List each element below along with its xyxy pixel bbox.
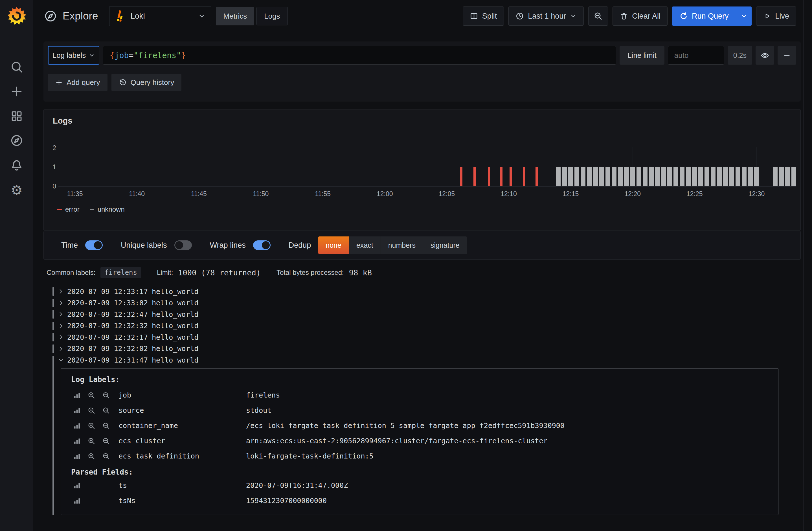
stats-icon[interactable]: [73, 392, 81, 399]
unknown-bar[interactable]: [661, 167, 666, 186]
unknown-bar[interactable]: [667, 167, 672, 186]
unknown-bar[interactable]: [618, 167, 623, 186]
unknown-bar[interactable]: [748, 167, 753, 186]
log-row-expander[interactable]: [58, 323, 64, 329]
unknown-bar[interactable]: [587, 167, 592, 186]
error-bar[interactable]: [460, 167, 462, 186]
unknown-bar[interactable]: [606, 167, 610, 186]
filter-out-value-icon[interactable]: [102, 406, 110, 415]
dedup-option-none[interactable]: none: [318, 236, 349, 254]
filter-for-value-icon[interactable]: [87, 437, 96, 445]
log-row[interactable]: 2020-07-09 12:33:17hello_world: [48, 286, 796, 297]
unknown-bar[interactable]: [562, 167, 567, 186]
tab-logs[interactable]: Logs: [257, 7, 288, 25]
log-row[interactable]: 2020-07-09 12:32:02hello_world: [48, 343, 796, 355]
legend-item-unknown[interactable]: unknown: [90, 205, 125, 213]
error-bar[interactable]: [474, 167, 476, 186]
time-toggle[interactable]: [85, 240, 103, 250]
unknown-bar[interactable]: [680, 167, 684, 186]
unknown-bar[interactable]: [612, 167, 617, 186]
filter-for-value-icon[interactable]: [87, 422, 96, 430]
run-query-button[interactable]: Run Query: [672, 6, 736, 26]
log-labels-selector[interactable]: Log labels: [48, 46, 99, 64]
filter-for-value-icon[interactable]: [87, 452, 96, 460]
alerting-bell-icon[interactable]: [0, 156, 33, 174]
unknown-bar[interactable]: [723, 167, 728, 186]
settings-gear-icon[interactable]: ⚙: [0, 181, 33, 199]
log-row[interactable]: 2020-07-09 12:32:17hello_world: [48, 331, 796, 343]
stats-icon[interactable]: [73, 422, 81, 429]
error-bar[interactable]: [488, 167, 490, 186]
filter-for-value-icon[interactable]: [87, 391, 96, 399]
log-row-expander[interactable]: [58, 289, 64, 294]
datasource-picker[interactable]: Loki: [109, 6, 211, 26]
clear-all-button[interactable]: Clear All: [612, 6, 668, 26]
error-bar[interactable]: [536, 167, 538, 186]
dedup-option-exact[interactable]: exact: [349, 236, 381, 254]
unknown-bar[interactable]: [599, 167, 604, 186]
dashboards-grid-icon[interactable]: [0, 107, 33, 125]
add-icon[interactable]: [0, 82, 33, 100]
explore-compass-icon[interactable]: [0, 131, 33, 149]
scrollbar-track[interactable]: [803, 0, 803, 531]
unknown-bar[interactable]: [773, 167, 778, 186]
dedup-option-numbers[interactable]: numbers: [381, 236, 423, 254]
error-bar[interactable]: [523, 167, 525, 186]
add-query-button[interactable]: Add query: [48, 74, 107, 91]
stats-icon[interactable]: [73, 453, 81, 460]
run-query-dropdown[interactable]: [736, 6, 752, 26]
log-row-expander[interactable]: [58, 346, 64, 351]
stats-icon[interactable]: [73, 437, 81, 445]
unknown-bar[interactable]: [593, 167, 598, 186]
log-row[interactable]: 2020-07-09 12:32:47hello_world: [48, 308, 796, 320]
search-icon[interactable]: [0, 58, 33, 76]
query-input[interactable]: {job="firelens"}: [103, 46, 616, 64]
unknown-bar[interactable]: [673, 167, 678, 186]
logs-histogram[interactable]: 11:3511:4011:4511:5011:5512:0012:0512:10…: [44, 110, 800, 230]
log-row-expander[interactable]: [58, 334, 64, 340]
log-row-expander[interactable]: [58, 357, 64, 363]
unknown-bar[interactable]: [649, 167, 654, 186]
log-row-expander[interactable]: [58, 312, 64, 317]
legend-item-error[interactable]: error: [57, 205, 79, 213]
unknown-bar[interactable]: [637, 167, 641, 186]
unknown-bar[interactable]: [568, 167, 573, 186]
unknown-bar[interactable]: [785, 167, 790, 186]
log-row[interactable]: 2020-07-09 12:32:32hello_world: [48, 320, 796, 332]
dedup-option-signature[interactable]: signature: [423, 236, 467, 254]
log-row[interactable]: 2020-07-09 12:33:02hello_world: [48, 297, 796, 309]
stats-icon[interactable]: [73, 497, 81, 504]
unknown-bar[interactable]: [686, 167, 691, 186]
unique-labels-toggle[interactable]: [174, 240, 192, 250]
unknown-bar[interactable]: [711, 167, 715, 186]
filter-for-value-icon[interactable]: [87, 406, 96, 415]
wrap-lines-toggle[interactable]: [253, 240, 271, 250]
unknown-bar[interactable]: [792, 167, 796, 186]
live-button[interactable]: Live: [756, 6, 796, 26]
split-button[interactable]: Split: [463, 6, 504, 26]
stats-icon[interactable]: [73, 482, 81, 489]
hide-query-button[interactable]: [756, 46, 774, 64]
unknown-bar[interactable]: [742, 167, 746, 186]
filter-out-value-icon[interactable]: [102, 422, 110, 430]
log-row[interactable]: 2020-07-09 12:31:47hello_world: [48, 354, 796, 366]
unknown-bar[interactable]: [655, 167, 660, 186]
unknown-bar[interactable]: [692, 167, 697, 186]
filter-out-value-icon[interactable]: [102, 391, 110, 399]
unknown-bar[interactable]: [581, 167, 585, 186]
unknown-bar[interactable]: [754, 167, 759, 186]
error-bar[interactable]: [500, 167, 503, 186]
filter-out-value-icon[interactable]: [102, 452, 110, 460]
filter-out-value-icon[interactable]: [102, 437, 110, 445]
unknown-bar[interactable]: [729, 167, 734, 186]
unknown-bar[interactable]: [736, 167, 740, 186]
unknown-bar[interactable]: [624, 167, 629, 186]
unknown-bar[interactable]: [556, 167, 561, 186]
error-bar[interactable]: [509, 167, 512, 186]
unknown-bar[interactable]: [698, 167, 703, 186]
unknown-bar[interactable]: [779, 167, 784, 186]
unknown-bar[interactable]: [643, 167, 648, 186]
log-row-expander[interactable]: [58, 300, 64, 306]
remove-query-button[interactable]: [778, 46, 796, 64]
grafana-logo[interactable]: [0, 5, 33, 28]
